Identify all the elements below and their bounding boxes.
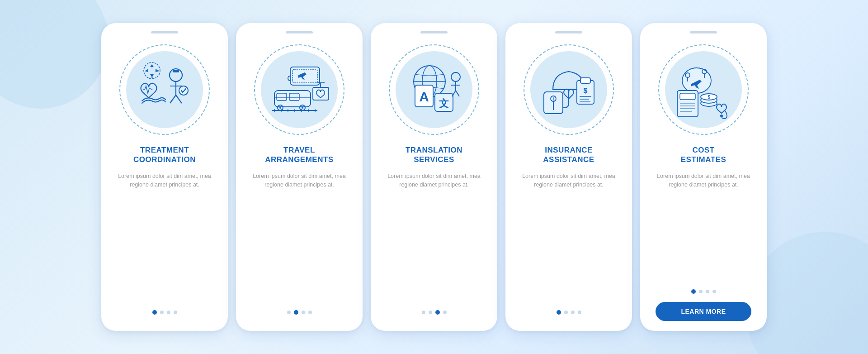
phone-card-cost-estimates: $ COSTESTIMATES Lorem ipsum dolor sit di…	[640, 23, 767, 331]
svg-point-11	[179, 86, 188, 95]
dot-1	[160, 311, 164, 314]
dot-0	[287, 311, 291, 314]
card-body-translation-services: Lorem ipsum dolor sit dim amet, mea regi…	[381, 172, 487, 190]
icon-cost: $	[672, 58, 735, 121]
dot-1	[699, 290, 703, 293]
card-body-treatment-coordination: Lorem ipsum dolor sit dim amet, mea regi…	[111, 172, 218, 190]
svg-rect-47	[580, 78, 590, 83]
phone-notch	[151, 31, 178, 33]
svg-text:i: i	[553, 97, 554, 101]
svg-point-21	[302, 107, 303, 109]
card-title-insurance-assistance: INSURANCEASSISTANCE	[543, 144, 594, 166]
svg-text:A: A	[419, 89, 429, 104]
dot-1	[564, 311, 568, 314]
phone-card-travel-arrangements: TRAVELARRANGEMENTS Lorem ipsum dolor sit…	[236, 23, 363, 331]
svg-line-44	[456, 91, 459, 96]
dot-1	[429, 311, 432, 314]
dots-row-translation-services	[422, 310, 447, 315]
bg-shape-left	[0, 0, 108, 109]
illustration-area-treatment-coordination: 1 2 3 4	[115, 40, 214, 139]
dot-2	[706, 290, 709, 293]
icon-insurance: $ i	[537, 58, 600, 121]
dot-3	[308, 311, 312, 314]
illustration-area-travel-arrangements	[250, 40, 349, 139]
svg-rect-5	[173, 70, 179, 72]
card-body-cost-estimates: Lorem ipsum dolor sit dim amet, mea regi…	[650, 172, 757, 190]
phone-notch	[420, 31, 448, 33]
cards-container: 1 2 3 4 TREATMENTCOORDINATION Lorem ipsu…	[101, 23, 767, 331]
icon-travel	[268, 58, 331, 121]
phone-notch	[690, 31, 717, 33]
dot-0	[691, 289, 696, 294]
icon-treatment: 1 2 3 4	[133, 58, 196, 121]
svg-line-43	[452, 91, 456, 96]
dot-0	[422, 311, 425, 314]
dot-0	[152, 310, 157, 315]
dot-3	[578, 311, 581, 314]
svg-point-19	[279, 107, 281, 109]
dot-2	[302, 311, 305, 314]
card-title-treatment-coordination: TREATMENTCOORDINATION	[133, 144, 196, 166]
svg-rect-62	[680, 93, 695, 100]
phone-card-translation-services: A 文 TRANSLATIONSERVICES Lorem ipsum dolo…	[371, 23, 497, 331]
dot-3	[712, 290, 716, 293]
svg-text:$: $	[584, 87, 588, 95]
svg-point-71	[720, 115, 723, 117]
svg-rect-12	[290, 67, 320, 85]
svg-point-40	[451, 72, 460, 81]
icon-translation: A 文	[402, 58, 466, 121]
dot-2	[167, 311, 170, 314]
phone-card-treatment-coordination: 1 2 3 4 TREATMENTCOORDINATION Lorem ipsu…	[101, 23, 228, 331]
svg-text:文: 文	[439, 98, 449, 109]
dot-3	[443, 311, 447, 314]
dots-row-insurance-assistance	[557, 310, 581, 315]
illustration-area-insurance-assistance: $ i	[519, 40, 618, 139]
phone-card-insurance-assistance: $ i INSURANCEASSISTANCE Lorem ipsum dolo…	[505, 23, 632, 331]
illustration-area-translation-services: A 文	[384, 40, 484, 139]
dot-1	[294, 310, 298, 315]
illustration-area-cost-estimates: $	[654, 40, 753, 139]
phone-notch	[555, 31, 582, 33]
svg-line-4	[176, 95, 182, 103]
phone-notch	[286, 31, 313, 33]
card-body-travel-arrangements: Lorem ipsum dolor sit dim amet, mea regi…	[246, 172, 353, 190]
dot-3	[174, 311, 177, 314]
svg-text:$: $	[708, 95, 710, 100]
svg-line-3	[170, 95, 176, 103]
dot-0	[557, 310, 561, 315]
dots-row-travel-arrangements	[287, 310, 312, 315]
dots-row-cost-estimates	[691, 289, 716, 294]
card-body-insurance-assistance: Lorem ipsum dolor sit dim amet, mea regi…	[515, 172, 622, 190]
dot-2	[435, 310, 440, 315]
card-title-translation-services: TRANSLATIONSERVICES	[406, 144, 462, 166]
card-title-travel-arrangements: TRAVELARRANGEMENTS	[265, 144, 333, 166]
svg-rect-30	[313, 87, 329, 100]
learn-more-button[interactable]: LEARN MORE	[656, 302, 751, 321]
card-title-cost-estimates: COSTESTIMATES	[681, 144, 726, 166]
dots-row-treatment-coordination	[152, 310, 177, 315]
dot-2	[571, 311, 575, 314]
